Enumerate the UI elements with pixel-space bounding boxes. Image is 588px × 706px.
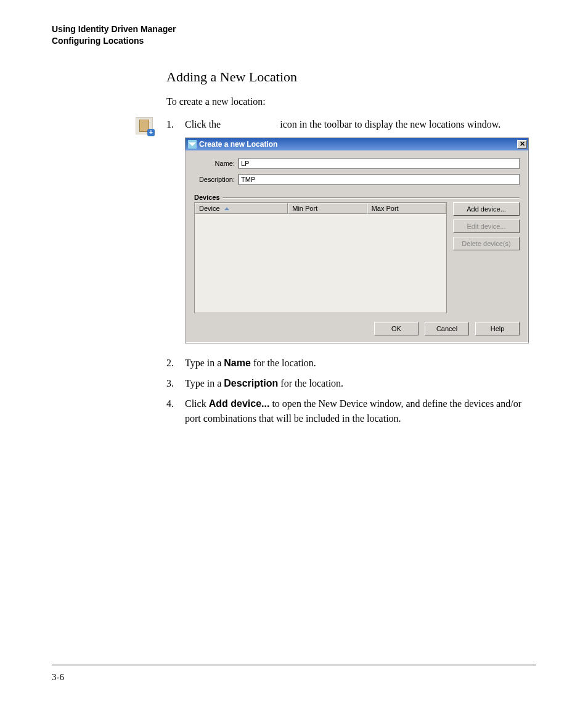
- cancel-button[interactable]: Cancel: [425, 322, 469, 335]
- intro-text: To create a new location:: [166, 96, 536, 107]
- header-line-1: Using Identity Driven Manager: [52, 23, 536, 35]
- step-number: 3.: [166, 376, 185, 390]
- step-text: for the location.: [251, 358, 316, 368]
- header-line-2: Configuring Locations: [52, 35, 536, 47]
- step-text: for the location.: [278, 378, 343, 388]
- step-bold: Name: [224, 358, 251, 368]
- step-2: 2. Type in a Name for the location.: [166, 356, 536, 370]
- page-number: 3-6: [52, 672, 64, 683]
- name-field[interactable]: [239, 158, 520, 169]
- column-max-port[interactable]: Max Port: [367, 203, 446, 214]
- ok-button[interactable]: OK: [374, 322, 419, 335]
- name-label: Name:: [194, 160, 239, 167]
- add-device-button[interactable]: Add device...: [453, 202, 520, 216]
- description-label: Description:: [194, 176, 239, 183]
- step-4: 4. Click Add device... to open the New D…: [166, 396, 536, 425]
- step-text: icon in the toolbar to display the new l…: [280, 119, 500, 129]
- create-location-dialog: Create a new Location ✕ Name: Descriptio…: [185, 138, 529, 343]
- delete-device-button[interactable]: Delete device(s): [453, 237, 520, 250]
- column-device-label: Device: [199, 205, 220, 212]
- step-1: 1. Click the icon in the toolbar to disp…: [166, 117, 536, 131]
- edit-device-button[interactable]: Edit device...: [453, 220, 520, 233]
- step-bold: Add device...: [209, 398, 270, 409]
- dialog-title: Create a new Location: [199, 140, 517, 149]
- step-number: 4.: [166, 396, 185, 425]
- step-text: Type in a: [185, 378, 224, 388]
- new-location-toolbar-icon: +: [136, 117, 153, 134]
- sort-ascending-icon: [224, 207, 229, 210]
- steps-list: 1. Click the icon in the toolbar to disp…: [166, 117, 536, 131]
- dialog-titlebar: Create a new Location ✕: [186, 138, 528, 150]
- description-field[interactable]: [239, 174, 520, 185]
- step-text: Type in a: [185, 358, 224, 368]
- close-button[interactable]: ✕: [517, 140, 527, 149]
- steps-list-continued: 2. Type in a Name for the location. 3. T…: [166, 356, 536, 425]
- step-number: 1.: [166, 117, 185, 131]
- section-title: Adding a New Location: [166, 69, 536, 85]
- step-number: 2.: [166, 356, 185, 370]
- step-text: Click the: [185, 119, 223, 129]
- column-device[interactable]: Device: [195, 203, 288, 214]
- devices-group-title: Devices: [194, 194, 223, 201]
- column-min-port[interactable]: Min Port: [288, 203, 367, 214]
- help-button[interactable]: Help: [475, 322, 520, 335]
- running-header: Using Identity Driven Manager Configurin…: [52, 23, 536, 47]
- step-3: 3. Type in a Description for the locatio…: [166, 376, 536, 390]
- step-text: Click: [185, 398, 209, 409]
- plus-icon: +: [147, 129, 155, 136]
- window-icon: [188, 140, 197, 149]
- footer-rule: [52, 665, 536, 665]
- step-bold: Description: [224, 378, 278, 388]
- devices-table[interactable]: Device Min Port Max Port: [194, 202, 447, 313]
